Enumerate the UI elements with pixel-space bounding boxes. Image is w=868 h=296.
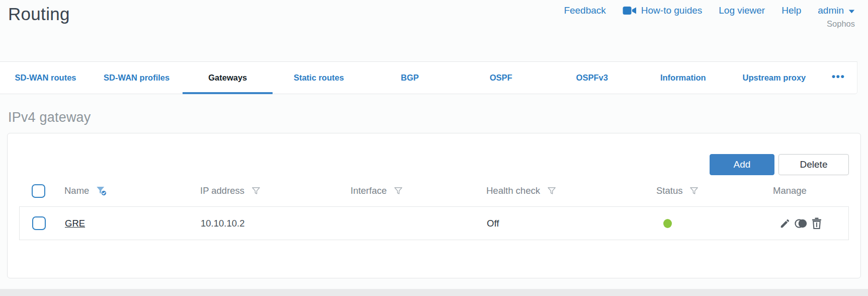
header-right: Feedback How-to guides Log viewer Help a… xyxy=(564,3,855,29)
tab-ospf[interactable]: OSPF xyxy=(456,62,547,94)
log-viewer-link[interactable]: Log viewer xyxy=(719,5,765,16)
clone-icon[interactable] xyxy=(795,218,808,229)
feedback-link[interactable]: Feedback xyxy=(564,5,605,16)
app-header: Routing Feedback How-to guides Log viewe… xyxy=(0,0,868,61)
filter-icon[interactable] xyxy=(547,186,557,196)
howto-guides-link[interactable]: How-to guides xyxy=(623,5,702,16)
gateway-panel: Add Delete Name IP address xyxy=(7,133,861,278)
table-header: Name IP address Interface xyxy=(19,175,849,206)
health-check-value: Off xyxy=(487,218,657,229)
howto-guides-label: How-to guides xyxy=(641,5,702,16)
help-link[interactable]: Help xyxy=(782,5,801,16)
add-button[interactable]: Add xyxy=(710,154,774,175)
gateway-name-link[interactable]: GRE xyxy=(65,218,85,229)
toolbar: Add Delete xyxy=(19,133,849,175)
select-all-checkbox[interactable] xyxy=(32,184,45,198)
manage-cell xyxy=(779,217,848,229)
footer-strip xyxy=(0,289,868,296)
delete-button[interactable]: Delete xyxy=(778,154,849,175)
tab-gateways[interactable]: Gateways xyxy=(182,62,273,94)
tab-static-routes[interactable]: Static routes xyxy=(273,62,364,94)
column-status-label: Status xyxy=(656,185,682,196)
user-menu[interactable]: admin xyxy=(818,5,855,16)
section-title: IPv4 gateway xyxy=(8,110,861,125)
tab-information[interactable]: Information xyxy=(638,62,729,94)
filter-icon[interactable] xyxy=(393,186,403,196)
ip-address-value: 10.10.10.2 xyxy=(201,218,351,229)
filter-icon[interactable] xyxy=(689,186,699,196)
column-manage-label: Manage xyxy=(773,185,807,196)
tab-sd-wan-profiles[interactable]: SD-WAN profiles xyxy=(91,62,182,94)
tab-sd-wan-routes[interactable]: SD-WAN routes xyxy=(0,62,91,94)
column-interface-label: Interface xyxy=(351,185,387,196)
tab-bgp[interactable]: BGP xyxy=(364,62,455,94)
main-content: IPv4 gateway Add Delete Name IP address xyxy=(0,110,868,278)
column-name-label: Name xyxy=(64,185,89,196)
table-row: GRE 10.10.10.2 Off xyxy=(19,206,849,240)
filter-active-icon[interactable] xyxy=(96,185,107,197)
more-tabs-icon[interactable]: ••• xyxy=(820,62,857,94)
log-viewer-label: Log viewer xyxy=(719,5,765,16)
tab-bar: SD-WAN routes SD-WAN profiles Gateways S… xyxy=(0,61,857,94)
row-checkbox[interactable] xyxy=(32,216,46,230)
tab-ospfv3[interactable]: OSPFv3 xyxy=(547,62,638,94)
filter-icon[interactable] xyxy=(251,186,261,196)
column-ip-address-label: IP address xyxy=(200,185,244,196)
caret-down-icon xyxy=(848,5,855,16)
edit-pencil-icon[interactable] xyxy=(779,218,791,229)
feedback-label: Feedback xyxy=(564,5,605,16)
video-icon xyxy=(623,6,637,16)
tab-upstream-proxy[interactable]: Upstream proxy xyxy=(729,62,820,94)
header-nav: Feedback How-to guides Log viewer Help a… xyxy=(564,5,855,16)
trash-icon[interactable] xyxy=(812,217,822,229)
user-label: admin xyxy=(818,5,844,16)
page-title: Routing xyxy=(8,4,70,24)
brand-label: Sophos xyxy=(827,19,855,29)
status-dot xyxy=(663,219,672,228)
help-label: Help xyxy=(782,5,801,16)
column-health-check-label: Health check xyxy=(486,185,540,196)
